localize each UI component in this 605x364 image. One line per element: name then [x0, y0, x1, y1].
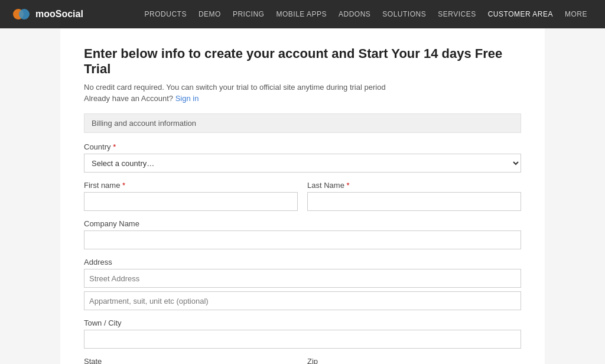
nav-links: PRODUCTS DEMO PRICING MOBILE APPS ADDONS…: [101, 10, 593, 18]
section-header: Billing and account information: [84, 113, 521, 133]
country-select[interactable]: Select a country…: [84, 154, 521, 173]
main-content: Enter below info to create your account …: [60, 28, 545, 364]
logo[interactable]: mooSocial: [12, 5, 83, 24]
last-name-input[interactable]: [307, 192, 521, 211]
apt-address-input[interactable]: [84, 291, 521, 310]
state-label: State: [84, 357, 298, 364]
company-name-input[interactable]: [84, 230, 521, 249]
name-row: First name * Last Name *: [84, 181, 521, 219]
navbar: mooSocial PRODUCTS DEMO PRICING MOBILE A…: [0, 0, 605, 28]
town-group: Town / City: [84, 318, 521, 349]
logo-text: mooSocial: [35, 9, 83, 20]
nav-mobile-apps[interactable]: MOBILE APPS: [270, 10, 333, 18]
nav-services[interactable]: SERVICES: [432, 10, 482, 18]
nav-solutions[interactable]: SOLUTIONS: [376, 10, 432, 18]
nav-customer-area[interactable]: CUSTOMER AREA: [482, 10, 559, 18]
state-group: State: [84, 357, 298, 364]
company-name-label: Company Name: [84, 219, 521, 228]
zip-group: Zip: [307, 357, 521, 364]
already-account-text: Already have an Account? Sign in: [84, 94, 521, 103]
country-label: Country *: [84, 142, 521, 151]
nav-products[interactable]: PRODUCTS: [139, 10, 193, 18]
street-address-input[interactable]: [84, 269, 521, 288]
company-name-group: Company Name: [84, 219, 521, 249]
address-label: Address: [84, 258, 521, 266]
last-name-label: Last Name *: [307, 181, 521, 190]
nav-more[interactable]: MORE: [559, 10, 593, 18]
country-group: Country * Select a country…: [84, 142, 521, 173]
town-label: Town / City: [84, 318, 521, 327]
first-name-group: First name *: [84, 181, 298, 211]
sign-in-link[interactable]: Sign in: [175, 94, 199, 103]
nav-addons[interactable]: ADDONS: [333, 10, 376, 18]
page-title: Enter below info to create your account …: [84, 46, 521, 77]
state-zip-row: State Zip: [84, 357, 521, 364]
last-name-group: Last Name *: [307, 181, 521, 211]
svg-point-1: [19, 9, 30, 20]
zip-label: Zip: [307, 357, 521, 364]
town-input[interactable]: [84, 330, 521, 349]
subtitle-text: No credit card required. You can switch …: [84, 83, 521, 92]
first-name-label: First name *: [84, 181, 298, 190]
address-group: Address: [84, 258, 521, 310]
nav-demo[interactable]: DEMO: [193, 10, 227, 18]
first-name-input[interactable]: [84, 192, 298, 211]
nav-pricing[interactable]: PRICING: [227, 10, 271, 18]
